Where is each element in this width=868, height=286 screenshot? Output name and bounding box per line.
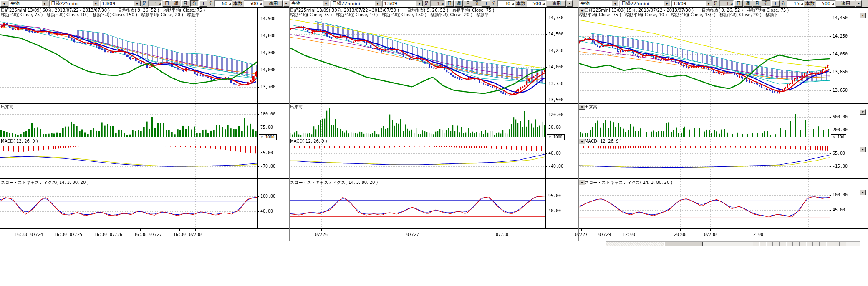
price-axis-label: 13,700 — [260, 85, 275, 89]
toolbar-grip-button[interactable]: ▸ — [856, 0, 862, 7]
instrument-select[interactable]: 日経225mini▼ — [49, 0, 100, 7]
scrollbar-page-box[interactable] — [793, 242, 800, 246]
scrollbar-page-box[interactable] — [780, 242, 786, 246]
scrollbar-page-box[interactable] — [820, 242, 826, 246]
chart-panel-15min: 先物▼日経225mini▼13/09▼足1◢日週月分T分15◢本数500◢適用▸… — [578, 0, 868, 247]
dropdown-icon[interactable]: ▼ — [416, 1, 423, 6]
dropdown-icon[interactable]: ▼ — [41, 1, 48, 6]
spinner-icon[interactable]: ◢ — [440, 2, 444, 5]
collapse-pane-button[interactable]: ▼ — [860, 13, 866, 18]
chart-title: 日経225mini 13/09( 30分, 2013/07/22 - 2013/… — [290, 8, 494, 13]
spinner-icon[interactable]: ◢ — [831, 2, 835, 5]
collapse-pane-button[interactable]: ▼ — [860, 147, 866, 152]
dropdown-icon[interactable]: ▼ — [612, 1, 618, 6]
chart-indicator-list: 移動平均( Close, 75 ) 移動平均( Close, 10 ) 移動平均… — [1, 13, 199, 17]
spinner-icon[interactable]: ◢ — [511, 2, 515, 5]
apply-button[interactable]: 適用 — [547, 0, 566, 7]
period-button-2[interactable]: 週 — [454, 0, 463, 7]
minutes-input[interactable]: 60◢ — [214, 0, 232, 7]
collapse-pane-icon[interactable]: ▼ — [579, 180, 585, 185]
collapse-pane-icon[interactable]: ▼ — [579, 104, 585, 110]
minutes-input[interactable]: 15◢ — [787, 0, 804, 7]
bars-input[interactable]: 500◢ — [527, 0, 546, 7]
scrollbar-page-box[interactable] — [813, 242, 820, 246]
minutes-label: 分 — [208, 0, 214, 7]
scrollbar-page-box[interactable] — [833, 242, 840, 246]
spinner-icon[interactable]: ◢ — [259, 2, 262, 5]
scrollbar-track[interactable] — [703, 242, 753, 246]
price-axis-label: 14,250 — [833, 34, 848, 38]
dropdown-icon[interactable]: ▼ — [93, 1, 99, 6]
price-axis-label: 13,650 — [833, 88, 848, 93]
minutes-input[interactable]: 30◢ — [497, 0, 515, 7]
toolbar-grip-button[interactable]: ▸ — [283, 0, 289, 7]
scrollbar-page-box[interactable] — [766, 242, 773, 246]
period-button-1[interactable]: 日 — [734, 0, 743, 7]
scrollbar-page-box[interactable] — [826, 242, 833, 246]
collapse-pane-button[interactable]: ▼ — [860, 109, 866, 115]
spinner-value: 500 — [527, 1, 542, 6]
period-button-4[interactable]: 分 — [190, 0, 199, 7]
spinner-icon[interactable]: ◢ — [729, 2, 733, 5]
spinner-icon[interactable]: ◢ — [158, 2, 161, 5]
collapse-pane-button[interactable]: ▼ — [860, 190, 866, 195]
dropdown-icon[interactable]: ▼ — [134, 1, 141, 6]
period-button-1[interactable]: 日 — [445, 0, 454, 7]
period-button-3[interactable]: 月 — [181, 0, 189, 7]
period-button-5[interactable]: T — [771, 0, 780, 7]
selected-value: 13/09 — [383, 1, 416, 6]
scrollbar-page-box[interactable] — [800, 242, 806, 246]
dropdown-icon[interactable]: ▼ — [374, 1, 381, 6]
time-axis-label: 12:00 — [620, 232, 638, 237]
dropdown-icon[interactable]: ▼ — [664, 1, 670, 6]
spinner-icon[interactable]: ◢ — [542, 2, 545, 5]
period-button-4[interactable]: 分 — [473, 0, 481, 7]
contract-month-select[interactable]: 13/09▼ — [101, 0, 141, 7]
contract-month-select[interactable]: 13/09▼ — [671, 0, 712, 7]
period-button-3[interactable]: 月 — [464, 0, 472, 7]
instrument-type-select[interactable]: 先物▼ — [290, 0, 330, 7]
dropdown-icon[interactable]: ▼ — [705, 1, 712, 6]
panel-menu-button[interactable]: ▼ — [0, 0, 8, 7]
bar-type-input[interactable]: 1◢ — [430, 0, 444, 7]
dropdown-icon[interactable]: ▼ — [323, 1, 329, 6]
collapse-pane-icon[interactable]: ▼ — [579, 139, 585, 144]
scrollbar-page-box[interactable] — [760, 242, 766, 246]
spinner-icon[interactable]: ◢ — [228, 2, 232, 5]
bars-input[interactable]: 500◢ — [244, 0, 263, 7]
chart-canvas[interactable] — [289, 0, 578, 247]
period-button-4[interactable]: 分 — [762, 0, 770, 7]
collapse-pane-icon[interactable]: ▼ — [579, 8, 585, 13]
scrollbar-page-box[interactable] — [806, 242, 813, 246]
spinner-icon[interactable]: ◢ — [800, 2, 804, 5]
chart-canvas[interactable] — [578, 0, 868, 247]
period-button-2[interactable]: 週 — [744, 0, 752, 7]
contract-month-select[interactable]: 13/09▼ — [382, 0, 423, 7]
period-button-5[interactable]: T — [199, 0, 208, 7]
apply-button[interactable]: 適用 — [836, 0, 855, 7]
chart-canvas[interactable] — [0, 0, 289, 247]
period-button-5[interactable]: T — [482, 0, 490, 7]
selected-value: 先物 — [9, 1, 41, 6]
apply-button[interactable]: 適用 — [264, 0, 283, 7]
instrument-type-select[interactable]: 先物▼ — [9, 0, 48, 7]
instrument-select[interactable]: 日経225mini▼ — [620, 0, 671, 7]
scrollbar-page-box[interactable] — [773, 242, 780, 246]
bars-input[interactable]: 500◢ — [816, 0, 835, 7]
period-button-2[interactable]: 週 — [172, 0, 180, 7]
scrollbar-page-box[interactable] — [753, 242, 760, 246]
bar-type-input[interactable]: 1◢ — [148, 0, 162, 7]
horizontal-scrollbar[interactable] — [606, 241, 860, 246]
period-button-1[interactable]: 日 — [163, 0, 171, 7]
volume-pane-label: 出来高 — [585, 104, 597, 110]
scrollbar-page-box[interactable] — [840, 242, 846, 246]
price-axis-label: 14,050 — [833, 52, 848, 56]
volume-axis-label: 600.00 — [833, 115, 848, 119]
scrollbar-thumb[interactable] — [664, 242, 703, 246]
toolbar-grip-button[interactable]: ▸ — [567, 0, 573, 7]
period-button-3[interactable]: 月 — [753, 0, 761, 7]
instrument-type-select[interactable]: 先物▼ — [579, 0, 619, 7]
instrument-select[interactable]: 日経225mini▼ — [331, 0, 381, 7]
bar-type-input[interactable]: 1◢ — [719, 0, 734, 7]
scrollbar-page-box[interactable] — [786, 242, 793, 246]
